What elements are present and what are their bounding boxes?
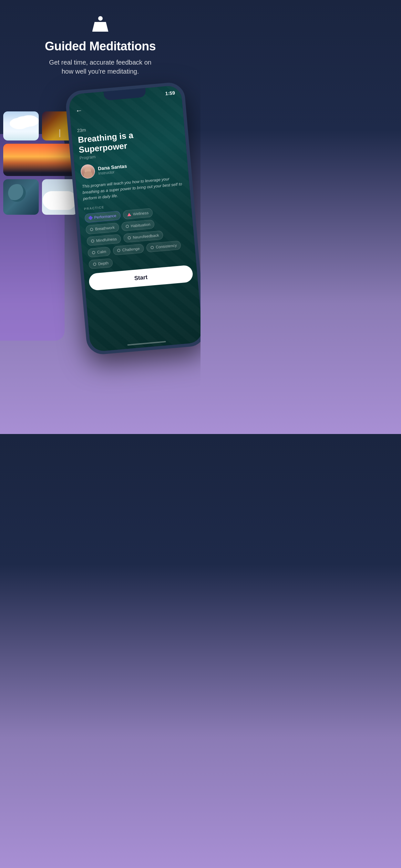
circle-icon-breathwork [90, 228, 93, 231]
muse-headband-icon [91, 16, 110, 34]
tag-challenge-label: Challenge [122, 246, 140, 252]
tag-mindfulness[interactable]: Mindfulness [87, 234, 121, 246]
circle-icon-consistency [150, 245, 154, 249]
tag-wellness-label: Wellness [133, 210, 149, 216]
start-button[interactable]: Start [89, 265, 193, 290]
tag-calm-label: Calm [97, 249, 106, 254]
tag-habituation-label: Habituation [130, 222, 150, 228]
tag-breathwork-label: Breathwork [95, 225, 115, 231]
phone-device: 1:59 ← 23m Breathing is a Superpower Pro… [65, 82, 201, 355]
avatar-image [81, 164, 95, 178]
home-indicator [127, 341, 166, 345]
practice-tags: Performance Wellness Breathwork [84, 205, 190, 269]
tag-breathwork[interactable]: Breathwork [86, 222, 120, 235]
tag-challenge[interactable]: Challenge [113, 244, 144, 255]
thumbnail-gallery [3, 112, 78, 215]
page-title: Guided Meditations [45, 40, 156, 53]
start-button-label: Start [134, 274, 148, 281]
page-subtitle: Get real time, accurate feedback on how … [39, 58, 162, 76]
tag-neurofeedback-label: Neurofeedback [133, 233, 159, 240]
session-description: This program will teach you how to lever… [82, 175, 184, 202]
tag-performance-label: Performance [94, 213, 117, 220]
tag-consistency[interactable]: Consistency [146, 240, 181, 252]
circle-icon-calm [92, 251, 96, 254]
thumbnail-row-3 [3, 179, 78, 215]
phone-frame: 1:59 ← 23m Breathing is a Superpower Pro… [65, 82, 201, 355]
tag-neurofeedback[interactable]: Neurofeedback [123, 230, 163, 243]
circle-icon-neurofeedback [127, 236, 131, 240]
phone-content: ← 23m Breathing is a Superpower Program … [69, 95, 198, 291]
tag-depth[interactable]: Depth [89, 258, 113, 269]
instructor-info: Dana Santas Instructor [98, 163, 127, 176]
tag-wellness[interactable]: Wellness [123, 208, 153, 219]
phone-section: 1:59 ← 23m Breathing is a Superpower Pro… [0, 86, 201, 370]
thumbnail-moon [3, 179, 39, 215]
triangle-icon [127, 213, 131, 216]
circle-icon-depth [93, 262, 96, 266]
thumbnail-row-2 [3, 144, 78, 176]
thumbnail-sunset [3, 144, 77, 176]
thumbnail-row-1 [3, 112, 78, 141]
tag-performance[interactable]: Performance [84, 211, 121, 223]
circle-icon-challenge [117, 249, 120, 252]
thumbnail-sky [3, 112, 39, 141]
instructor-avatar [80, 164, 96, 179]
top-section: Guided Meditations Get real time, accura… [0, 0, 201, 82]
tag-depth-label: Depth [98, 260, 109, 266]
circle-icon-mindfulness [91, 239, 94, 243]
tag-mindfulness-label: Mindfulness [96, 237, 117, 243]
tag-habituation[interactable]: Habituation [121, 219, 155, 231]
thumbnail-clouds [42, 179, 78, 215]
diamond-icon [88, 215, 93, 220]
tag-consistency-label: Consistency [156, 243, 177, 249]
circle-icon-habituation [126, 224, 129, 228]
tag-calm[interactable]: Calm [88, 246, 111, 257]
phone-screen: 1:59 ← 23m Breathing is a Superpower Pro… [68, 85, 201, 352]
instructor-row: Dana Santas Instructor [80, 156, 182, 179]
